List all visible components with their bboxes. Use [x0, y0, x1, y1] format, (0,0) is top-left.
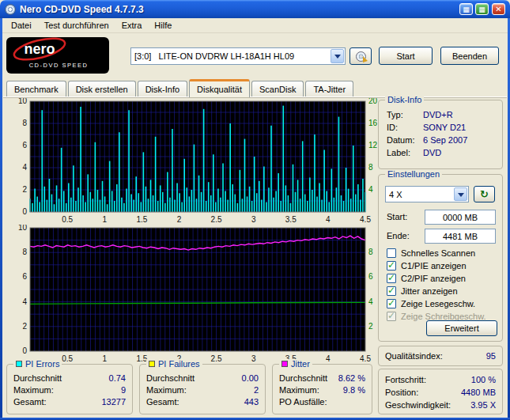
svg-text:10: 10 [18, 225, 28, 232]
quality-index-panel: Qualitätsindex: 95 [378, 346, 503, 366]
tab-ta-jitter[interactable]: TA-Jitter [305, 81, 353, 96]
drive-select[interactable]: [3:0] LITE-ON DVDRW LH-18A1H HL09 [130, 47, 346, 65]
svg-text:4.5: 4.5 [360, 215, 371, 224]
window-frame-left [0, 16, 2, 420]
svg-text:4: 4 [368, 297, 373, 306]
refresh-button[interactable] [474, 186, 495, 202]
checkbox-jitter-anzeigen[interactable]: Jitter anzeigen [387, 286, 458, 297]
chevron-down-icon[interactable] [454, 187, 467, 201]
stat-value: 0.00 [242, 373, 259, 384]
svg-text:4: 4 [368, 185, 373, 194]
start-button[interactable]: Start [379, 47, 433, 65]
checkbox-c1-pie-anzeigen[interactable]: C1/PIE anzeigen [387, 260, 467, 271]
start-position-label: Start: [387, 212, 407, 221]
pi-failures-panel: PI Failures Durchschnitt0.00 Maximum:2 G… [139, 364, 266, 414]
stat-value: 13277 [101, 397, 126, 407]
checkbox-label: Zeige Lesegeschw. [401, 299, 475, 308]
checkbox-zeige-lesegeschw[interactable]: Zeige Lesegeschw. [387, 298, 475, 309]
quit-button[interactable]: Beenden [440, 47, 499, 65]
checkbox-label: C1/PIE anzeigen [401, 261, 467, 271]
stat-label: Durchschnitt [146, 373, 195, 384]
nero-logo: nero CD-DVD SPEED [6, 37, 109, 74]
jitter-title: Jitter [291, 359, 310, 369]
stat-value: 443 [244, 397, 259, 407]
pi-errors-panel: PI Errors Durchschnitt0.74 Maximum:9 Ges… [6, 364, 133, 414]
menu-test-durchfuehren[interactable]: Test durchführen [38, 19, 115, 32]
checkbox-c2-pif-anzeigen[interactable]: C2/PIF anzeigen [387, 273, 466, 284]
chevron-down-icon[interactable] [331, 49, 344, 63]
progress-panel: Fortschritt: 100 % Position: 4480 MB Ges… [378, 369, 503, 414]
svg-text:6: 6 [368, 272, 373, 281]
pi-errors-color-swatch [16, 361, 22, 367]
logo-nero-text: nero [24, 41, 55, 57]
tab-disk-erstellen[interactable]: Disk erstellen [68, 81, 136, 96]
disk-date-value: 6 Sep 2007 [423, 135, 467, 145]
jitter-panel: Jitter Durchschnitt8.62 % Maximum:9.8 % … [272, 364, 372, 414]
svg-text:3: 3 [251, 354, 256, 363]
stat-value: 2 [254, 385, 259, 395]
svg-text:2: 2 [22, 185, 27, 194]
svg-text:8: 8 [368, 248, 373, 256]
checkbox-box [387, 312, 396, 321]
svg-text:4: 4 [326, 354, 331, 363]
svg-text:3: 3 [251, 215, 256, 224]
pi-failures-title: PI Failures [158, 359, 200, 369]
checkbox-box [387, 274, 396, 283]
checkbox-box [387, 248, 396, 258]
svg-text:4: 4 [22, 163, 27, 172]
svg-text:2.5: 2.5 [211, 215, 222, 224]
app-icon [5, 4, 16, 15]
nero-logo-graphic: nero CD-DVD SPEED [6, 37, 109, 74]
disk-label-value: DVD [423, 148, 441, 157]
quality-index-value: 95 [486, 351, 496, 361]
stat-label: Maximum: [146, 385, 187, 395]
menu-extra[interactable]: Extra [115, 19, 149, 32]
stat-value: 0.74 [109, 373, 126, 384]
stat-label: Maximum: [13, 385, 54, 395]
tab-strip: Benchmark Disk erstellen Disk-Info Diskq… [6, 81, 355, 97]
window-title: Nero CD-DVD Speed 4.7.7.3 [20, 4, 144, 15]
svg-text:4.5: 4.5 [360, 354, 371, 363]
drive-info-button[interactable] [349, 47, 372, 65]
stat-label: Maximum: [279, 385, 319, 395]
titlebar[interactable]: Nero CD-DVD Speed 4.7.7.3 [0, 0, 510, 18]
checkbox-label: Schnelles Scannen [401, 248, 475, 258]
svg-text:4: 4 [326, 215, 331, 224]
disk-info-panel: Disk-Info Typ: DVD+R ID: SONY D21 Datum:… [378, 100, 503, 169]
position-value: 4480 MB [461, 388, 496, 398]
drive-select-value: [3:0] LITE-ON DVDRW LH-18A1H HL09 [134, 51, 294, 61]
end-position-input[interactable] [425, 229, 496, 244]
stat-value: 8.62 % [338, 373, 365, 384]
tab-benchmark[interactable]: Benchmark [6, 81, 66, 96]
svg-text:3.5: 3.5 [285, 215, 297, 224]
stat-label: Gesamt: [13, 397, 47, 407]
svg-text:6: 6 [22, 272, 27, 281]
svg-text:0.5: 0.5 [62, 215, 73, 224]
svg-text:0: 0 [22, 346, 27, 355]
maximize-button[interactable] [475, 3, 489, 15]
menu-datei[interactable]: Datei [5, 19, 38, 32]
svg-text:2: 2 [368, 322, 373, 331]
close-button[interactable] [492, 3, 505, 15]
tab-scandisk[interactable]: ScanDisk [251, 81, 304, 96]
speed-label: Geschwindigkeit: [385, 400, 451, 411]
checkbox-schnelles-scannen[interactable]: Schnelles Scannen [387, 248, 475, 259]
pi-failures-color-swatch [149, 361, 155, 367]
pi-errors-title: PI Errors [25, 359, 59, 369]
tab-diskqualitaet[interactable]: Diskqualität [189, 79, 250, 97]
svg-text:2: 2 [177, 215, 182, 224]
tab-disk-info[interactable]: Disk-Info [138, 81, 187, 96]
svg-text:0.5: 0.5 [62, 354, 73, 363]
advanced-button[interactable]: Erweitert [426, 320, 497, 336]
svg-text:2.5: 2.5 [211, 354, 222, 363]
svg-text:12: 12 [368, 141, 378, 149]
checkbox-box [387, 261, 396, 271]
speed-value: 3.95 X [470, 400, 496, 411]
menu-hilfe[interactable]: Hilfe [148, 19, 178, 32]
speed-select[interactable]: 4 X [385, 186, 469, 202]
start-position-input[interactable] [425, 210, 496, 225]
stat-label: PO Ausfälle: [279, 397, 327, 407]
svg-text:1: 1 [102, 354, 107, 363]
minimize-button[interactable] [459, 3, 473, 15]
settings-panel: Einstellungen 4 X Start: Ende: Schnelles… [378, 174, 503, 342]
